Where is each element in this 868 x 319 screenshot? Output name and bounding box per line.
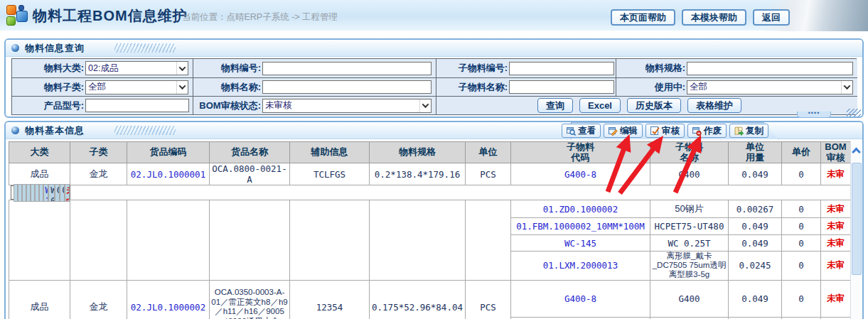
table-row[interactable]: 成品 金龙 02.JL0.1000002 OCA.0350-0003-A-01／… <box>9 280 851 317</box>
table-row[interactable]: 01.ZD0.1000002 50钢片 0.00267 0 未审 <box>9 200 851 218</box>
excel-button[interactable]: Excel <box>579 98 621 113</box>
resize-grip[interactable] <box>847 109 861 117</box>
sub-material-code-label: 子物料编号: <box>436 62 508 75</box>
audit-status-badge: 未审 <box>821 163 851 185</box>
bom-toolbar: 查看 编辑 审核 作废 复制 <box>562 124 768 138</box>
item-code-link[interactable]: 02.JL0.1000002 <box>127 280 210 319</box>
copy-button[interactable]: 复制 <box>729 124 768 138</box>
query-form: 物料大类: 02:成品 物料编号: 子物料编号: 物料规格: 物料子类: 全部 <box>11 58 857 115</box>
cell-subcategory: 金龙 <box>70 163 127 185</box>
table-header-row: 大类 子类 货品编码 货品名称 辅助信息 物料规格 单位 子物料 代码 子物料 … <box>9 142 851 163</box>
sub-code-link[interactable]: 01.ZD0.1000002 <box>511 200 650 218</box>
item-code-link[interactable]: 02.JL0.1000001 <box>127 163 210 185</box>
sub-code-link[interactable]: G400-8 <box>511 163 650 185</box>
col-price[interactable]: 单价 <box>782 142 821 163</box>
bom-audit-status-select[interactable]: 未审核 <box>262 99 432 113</box>
query-button[interactable]: 查询 <box>537 98 573 113</box>
sub-code-link[interactable]: 01.FBM.1000002_10MM*100M <box>511 218 650 235</box>
scrollbar-thumb[interactable] <box>852 163 862 275</box>
app-logo-icon <box>6 4 28 27</box>
col-subcategory[interactable]: 子类 <box>70 142 127 163</box>
sub-material-code-input[interactable] <box>509 62 614 75</box>
table-row[interactable]: 成品 金龙 02.JL0.1000001 OCA.0800-0021-A TCL… <box>9 163 851 185</box>
bullet-icon <box>11 126 19 134</box>
cell-price: 0 <box>782 280 821 317</box>
chevron-up-icon <box>852 147 861 156</box>
col-qty[interactable]: 单位 用量 <box>729 142 782 163</box>
material-spec-input[interactable] <box>687 62 853 75</box>
hatch-decoration <box>114 43 176 53</box>
bom-panel-title: 物料基本信息 <box>25 124 85 137</box>
material-code-label: 物料编号: <box>193 62 261 75</box>
help-module-button[interactable]: 本模块帮助 <box>682 9 746 26</box>
col-item-name[interactable]: 货品名称 <box>210 142 290 163</box>
material-subcategory-select[interactable]: 全部 <box>85 80 188 94</box>
cell-qty: 0.00267 <box>729 200 782 218</box>
audit-status-badge: 未审 <box>65 184 70 202</box>
cell-qty: 0.0245 <box>729 252 782 281</box>
material-name-label: 物料名称: <box>193 81 261 94</box>
panel-collapse-handle[interactable]: •••• <box>797 112 831 118</box>
cell-category: 成品 <box>9 280 70 319</box>
chevron-down-icon <box>176 81 188 94</box>
cell-item-name: OCA.0800-0021-A <box>210 163 290 185</box>
cell-sub-name: WC 0.25T <box>650 235 729 252</box>
col-item-code[interactable]: 货品编码 <box>127 142 210 163</box>
cell-unit: PCS <box>466 280 511 319</box>
query-panel-header: 物料信息查询 <box>6 40 862 57</box>
col-category[interactable]: 大类 <box>9 142 70 163</box>
audit-button[interactable]: 审核 <box>645 124 685 138</box>
cell-qty: 0.049 <box>55 184 60 202</box>
cell-aux: 12354 <box>290 280 370 319</box>
empty-cell <box>210 200 290 281</box>
cell-qty: 0.049 <box>729 218 782 235</box>
query-panel: 物料信息查询 物料大类: 02:成品 物料编号: 子物料编号: 物料规格: 物料… <box>4 38 864 118</box>
sub-material-name-input[interactable] <box>509 80 614 94</box>
material-name-input[interactable] <box>262 80 432 94</box>
table-maintain-button[interactable]: 表格维护 <box>687 98 741 113</box>
material-code-input[interactable] <box>262 62 432 75</box>
view-button[interactable]: 查看 <box>562 124 601 138</box>
sub-code-link[interactable]: G400-8 <box>511 280 650 317</box>
audit-status-badge: 未审 <box>821 235 851 252</box>
material-subcategory-label: 物料子类: <box>12 81 84 94</box>
pencil-icon <box>609 126 618 136</box>
col-bom-audit[interactable]: BOM 审核 <box>821 142 851 163</box>
sub-material-name-label: 子物料名称: <box>436 81 508 94</box>
void-button[interactable]: 作废 <box>687 124 727 138</box>
cell-price: 0 <box>782 200 821 218</box>
breadcrumb: 当前位置：点晴ERP子系统 -> 工程管理 <box>182 11 338 23</box>
col-aux-info[interactable]: 辅助信息 <box>290 142 370 163</box>
view-button-label: 查看 <box>578 125 596 137</box>
cell-sub-name: HCPET75-UT480 <box>650 218 729 235</box>
material-subcategory-value: 全部 <box>88 81 106 93</box>
back-button[interactable]: 返回 <box>753 9 790 26</box>
edit-button[interactable]: 编辑 <box>604 124 643 138</box>
cell-price: 0 <box>782 218 821 235</box>
help-page-button[interactable]: 本页面帮助 <box>611 9 675 26</box>
audit-status-badge: 未审 <box>821 252 851 281</box>
col-sub-name[interactable]: 子物料 名称 <box>650 142 729 163</box>
vertical-scrollbar[interactable] <box>850 141 862 319</box>
sub-code-link[interactable]: 01.LXM.2000013 <box>511 252 650 281</box>
bullet-icon <box>11 44 19 52</box>
product-model-input[interactable] <box>85 99 189 112</box>
col-sub-code[interactable]: 子物料 代码 <box>511 142 650 163</box>
col-spec[interactable]: 物料规格 <box>370 142 466 163</box>
sub-code-link[interactable]: WC-145 <box>43 184 49 202</box>
audit-status-badge: 未审 <box>821 280 851 317</box>
sub-code-link[interactable]: WC-145 <box>511 235 650 252</box>
history-version-button[interactable]: 历史版本 <box>627 98 681 113</box>
chevron-down-icon <box>419 99 431 112</box>
bom-table: 大类 子类 货品编码 货品名称 辅助信息 物料规格 单位 子物料 代码 子物料 … <box>9 141 851 319</box>
table-row-selected[interactable]: WC-145 WC 0.25T 0.049 0 未审 <box>11 185 70 200</box>
in-use-select[interactable]: 全部 <box>687 80 853 94</box>
material-category-select[interactable]: 02:成品 <box>85 61 188 75</box>
chevron-down-icon <box>176 62 188 75</box>
magnifier-icon <box>567 126 576 136</box>
scroll-up-button[interactable] <box>851 141 862 160</box>
in-use-value: 全部 <box>690 81 707 93</box>
bom-panel: 物料基本信息 查看 编辑 审核 作废 复制 <box>4 121 864 319</box>
cell-qty: 0.049 <box>729 235 782 252</box>
col-unit[interactable]: 单位 <box>466 142 511 163</box>
